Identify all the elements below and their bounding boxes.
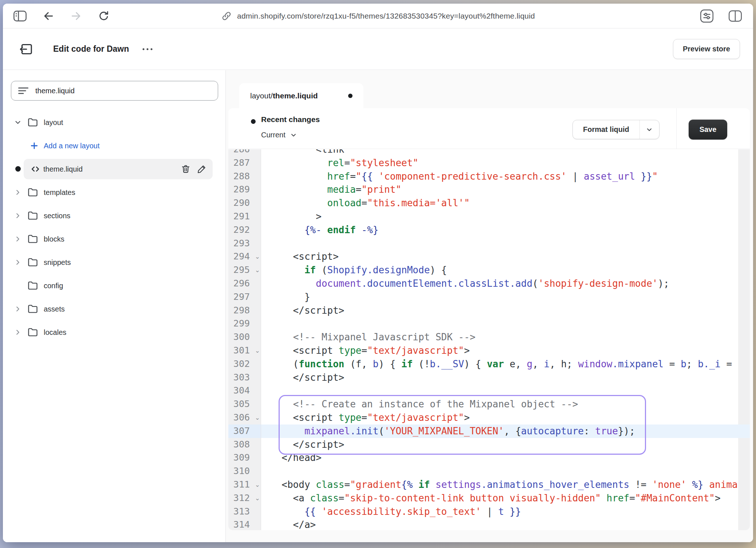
code-line[interactable]: 304: [228, 384, 750, 398]
scrollbar-track[interactable]: [738, 330, 750, 344]
sidebar-item-layout[interactable]: layout: [3, 111, 225, 134]
code-text[interactable]: [261, 465, 738, 478]
address-bar[interactable]: admin.shopify.com/store/rzq1xu-f5/themes…: [221, 4, 535, 28]
code-text[interactable]: [261, 237, 738, 250]
more-actions-icon[interactable]: [141, 47, 154, 51]
code-text[interactable]: </a>: [261, 518, 738, 530]
scrollbar-track[interactable]: [738, 196, 750, 210]
tab-theme-liquid[interactable]: layout/theme.liquid: [239, 83, 363, 109]
scrollbar-track[interactable]: [738, 371, 750, 384]
scrollbar-track[interactable]: [738, 237, 750, 250]
sidebar-item-blocks[interactable]: blocks: [3, 227, 225, 251]
scrollbar-track[interactable]: [738, 505, 750, 518]
scrollbar-track[interactable]: [738, 451, 750, 465]
code-text[interactable]: <!-- Create an instance of the Mixpanel …: [261, 398, 738, 411]
code-text[interactable]: {{ 'accessibility.skip_to_text' | t }}: [261, 505, 738, 518]
rename-icon[interactable]: [197, 164, 207, 174]
code-text[interactable]: <a class="skip-to-content-link button vi…: [261, 492, 738, 505]
code-text[interactable]: [261, 384, 738, 398]
code-text[interactable]: <body class="gradient{% if settings.anim…: [261, 478, 738, 492]
scrollbar-track[interactable]: [738, 183, 750, 196]
code-editor[interactable]: 286 <link287 rel="stylesheet"288 href="{…: [228, 149, 750, 530]
scrollbar-track[interactable]: [738, 438, 750, 451]
code-text[interactable]: }: [261, 290, 738, 304]
scrollbar-track[interactable]: [738, 424, 750, 438]
code-line[interactable]: 313 {{ 'accessibility.skip_to_text' | t …: [228, 505, 750, 518]
format-liquid-caret[interactable]: [639, 120, 659, 139]
scrollbar-track[interactable]: [738, 478, 750, 492]
fold-toggle-icon[interactable]: ⌄: [255, 411, 260, 424]
code-line[interactable]: 311⌄ <body class="gradient{% if settings…: [228, 478, 750, 492]
scrollbar-track[interactable]: [738, 170, 750, 183]
scrollbar-track[interactable]: [738, 411, 750, 424]
sidebar-item-snippets[interactable]: snippets: [3, 251, 225, 274]
scrollbar-track[interactable]: [738, 263, 750, 277]
split-view-icon[interactable]: [728, 10, 742, 22]
code-line[interactable]: 292 {%- endif -%}: [228, 223, 750, 237]
sidebar-item-theme-liquid[interactable]: theme.liquid: [3, 157, 225, 181]
sidebar-item-locales[interactable]: locales: [3, 321, 225, 344]
code-line[interactable]: 289 media="print": [228, 183, 750, 196]
scrollbar-track[interactable]: [738, 156, 750, 170]
code-line[interactable]: 286 <link: [228, 149, 750, 156]
rename-file-button[interactable]: [197, 164, 207, 174]
sidebar-item-templates[interactable]: templates: [3, 181, 225, 204]
code-line[interactable]: 302 (function (f, b) { if (!b.__SV) { va…: [228, 357, 750, 371]
code-line[interactable]: 287 rel="stylesheet": [228, 156, 750, 170]
delete-file-button[interactable]: [181, 164, 191, 174]
code-text[interactable]: <!-- Mixpanel Javascript SDK -->: [261, 330, 738, 344]
code-line[interactable]: 309 </head>: [228, 451, 750, 465]
sidebar-toggle-icon[interactable]: [13, 10, 27, 22]
scrollbar-track[interactable]: [738, 492, 750, 505]
fold-toggle-icon[interactable]: ⌄: [255, 263, 260, 277]
scrollbar-track[interactable]: [738, 304, 750, 317]
code-line[interactable]: 310: [228, 465, 750, 478]
sidebar-item-config[interactable]: config: [3, 274, 225, 297]
code-text[interactable]: href="{{ 'component-predictive-search.cs…: [261, 170, 738, 183]
back-icon[interactable]: [42, 10, 55, 22]
code-line[interactable]: 300 <!-- Mixpanel Javascript SDK -->: [228, 330, 750, 344]
code-text[interactable]: >: [261, 210, 738, 223]
code-line[interactable]: 314 </a>: [228, 518, 750, 530]
code-line[interactable]: 297 }: [228, 290, 750, 304]
preview-store-button[interactable]: Preview store: [673, 39, 740, 59]
code-text[interactable]: <script type="text/javascript">: [261, 344, 738, 357]
sidebar-item-sections[interactable]: sections: [3, 204, 225, 227]
code-line[interactable]: 298 </script>: [228, 304, 750, 317]
scrollbar-track[interactable]: [738, 518, 750, 530]
code-line[interactable]: 307 mixpanel.init('YOUR_MIXPANEL_TOKEN',…: [228, 424, 750, 438]
code-line[interactable]: 305 <!-- Create an instance of the Mixpa…: [228, 398, 750, 411]
forward-icon[interactable]: [70, 10, 82, 22]
code-text[interactable]: onload="this.media='all'": [261, 196, 738, 210]
delete-icon[interactable]: [181, 164, 191, 174]
code-text[interactable]: [261, 317, 738, 330]
scrollbar-track[interactable]: [738, 149, 750, 156]
scrollbar-track[interactable]: [738, 223, 750, 237]
code-line[interactable]: 308 </script>: [228, 438, 750, 451]
code-line[interactable]: 290 onload="this.media='all'": [228, 196, 750, 210]
exit-icon[interactable]: [19, 42, 34, 56]
scrollbar-track[interactable]: [738, 344, 750, 357]
code-line[interactable]: 301⌄ <script type="text/javascript">: [228, 344, 750, 357]
code-text[interactable]: media="print": [261, 183, 738, 196]
scrollbar-track[interactable]: [738, 290, 750, 304]
code-line[interactable]: 295⌄ if (Shopify.designMode) {: [228, 263, 750, 277]
code-line[interactable]: 294⌄ <script>: [228, 250, 750, 263]
code-line[interactable]: 288 href="{{ 'component-predictive-searc…: [228, 170, 750, 183]
code-text[interactable]: </script>: [261, 304, 738, 317]
version-dropdown[interactable]: Current: [261, 131, 297, 139]
code-line[interactable]: 293: [228, 237, 750, 250]
code-text[interactable]: {%- endif -%}: [261, 223, 738, 237]
code-text[interactable]: (function (f, b) { if (!b.__SV) { var e,…: [261, 357, 738, 371]
format-liquid-button[interactable]: Format liquid: [572, 120, 659, 139]
fold-toggle-icon[interactable]: ⌄: [255, 492, 260, 505]
sidebar-item-assets[interactable]: assets: [3, 297, 225, 321]
code-text[interactable]: <script type="text/javascript">: [261, 411, 738, 424]
code-line[interactable]: 296 document.documentElement.classList.a…: [228, 277, 750, 290]
code-text[interactable]: document.documentElement.classList.add('…: [261, 277, 738, 290]
code-text[interactable]: </head>: [261, 451, 738, 465]
selected-file-row[interactable]: theme.liquid: [24, 159, 213, 179]
code-line[interactable]: 312⌄ <a class="skip-to-content-link butt…: [228, 492, 750, 505]
extensions-icon[interactable]: [700, 9, 714, 23]
code-line[interactable]: 303 </script>: [228, 371, 750, 384]
